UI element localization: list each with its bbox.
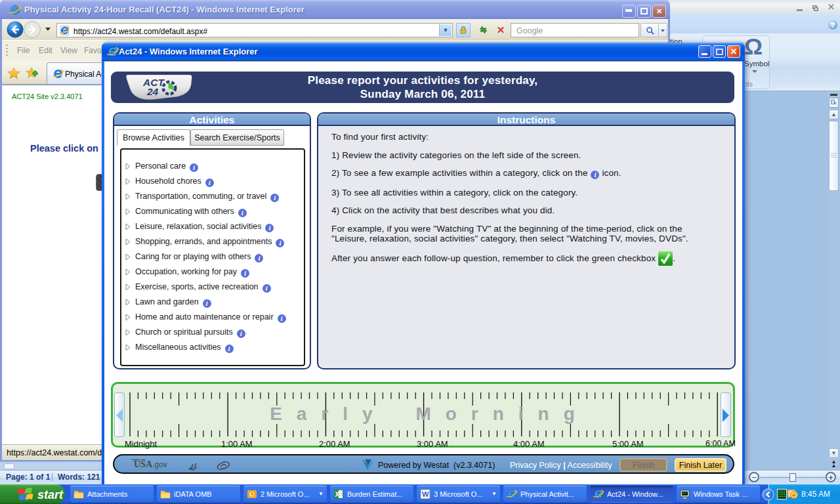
svg-text:W: W [422,490,429,498]
svg-text:24: 24 [146,86,159,97]
svg-text:X: X [335,491,340,498]
svg-text:start: start [37,488,64,501]
